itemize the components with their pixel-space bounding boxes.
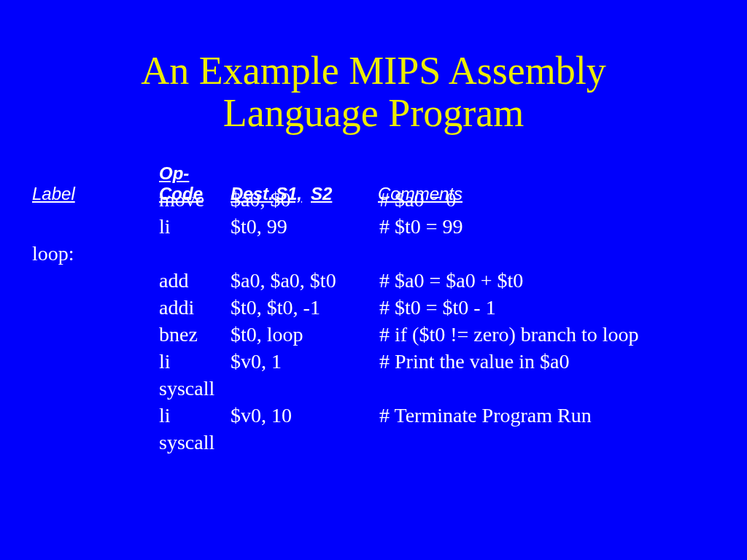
code-row: li$v0, 1# Print the value in $a0 <box>32 349 639 376</box>
slide: An Example MIPS Assembly Language Progra… <box>0 0 747 560</box>
cell-op: bnez <box>159 322 231 349</box>
code-row: li$t0, 99# $t0 = 99 <box>32 214 639 241</box>
cell-args: $t0, 99 <box>231 214 379 241</box>
title-line-1: An Example MIPS Assembly <box>141 49 606 93</box>
cell-comment: # $a0 = $a0 + $t0 <box>379 268 523 295</box>
cell-op: li <box>159 214 231 241</box>
code-row: li$v0, 10# Terminate Program Run <box>32 402 639 429</box>
cell-args: $a0, $0 <box>231 187 379 214</box>
cell-op: addi <box>159 295 231 322</box>
code-row: add$a0, $a0, $t0# $a0 = $a0 + $t0 <box>32 268 639 295</box>
cell-op: syscall <box>159 429 231 456</box>
code-row: syscall <box>32 376 639 402</box>
code-row: addi$t0, $t0, -1# $t0 = $t0 - 1 <box>32 295 639 322</box>
cell-args: $v0, 1 <box>231 349 379 376</box>
code-row: bnez$t0, loop# if ($t0 != zero) branch t… <box>32 322 639 349</box>
cell-args: $a0, $a0, $t0 <box>231 268 379 295</box>
cell-op: move <box>159 187 231 214</box>
cell-comment: # Print the value in $a0 <box>379 349 570 376</box>
cell-comment: # if ($t0 != zero) branch to loop <box>379 322 639 349</box>
code-row: move$a0, $0# $a0 = 0 <box>32 187 639 214</box>
cell-op: li <box>159 349 231 376</box>
code-row: syscall <box>32 429 639 456</box>
cell-op: li <box>159 402 231 429</box>
cell-comment: # $t0 = 99 <box>379 214 463 241</box>
code-row: loop: <box>32 241 639 268</box>
cell-op: add <box>159 268 231 295</box>
cell-comment: # $t0 = $t0 - 1 <box>379 295 496 322</box>
cell-op: syscall <box>159 376 231 402</box>
cell-args: $v0, 10 <box>231 402 379 429</box>
cell-args: $t0, $t0, -1 <box>231 295 379 322</box>
title-line-2: Language Program <box>223 91 524 135</box>
code-listing: move$a0, $0# $a0 = 0 li$t0, 99# $t0 = 99… <box>32 187 639 456</box>
slide-title: An Example MIPS Assembly Language Progra… <box>0 0 747 135</box>
cell-comment: # Terminate Program Run <box>379 402 592 429</box>
cell-comment: # $a0 = 0 <box>379 187 456 214</box>
cell-label: loop: <box>32 241 159 268</box>
cell-args: $t0, loop <box>231 322 379 349</box>
